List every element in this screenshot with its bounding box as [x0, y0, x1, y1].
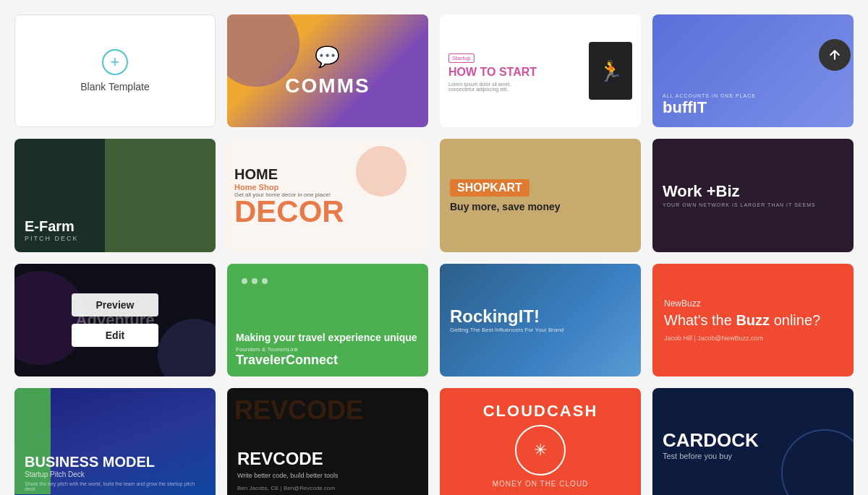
template-cardock[interactable]: CARDOCK Test before you buy Preview Edit	[652, 388, 854, 495]
template-shopkart[interactable]: SHOPKART Buy more, save money Preview Ed…	[440, 139, 641, 251]
traveler-title: TravelerConnect	[236, 353, 417, 368]
edit-button[interactable]: Edit	[497, 74, 584, 98]
traveler-sub: Founders & TourismLink	[236, 346, 417, 353]
workbiz-sub: YOUR OWN NETWORK IS LARGER THAN IT SEEMS	[663, 202, 816, 207]
efarm-title: E-Farm	[25, 218, 79, 235]
template-newbuzz[interactable]: NewBuzz What's the Buzz online? Jacob Hi…	[652, 264, 854, 376]
bizmodel-sub: Startup Pitch Deck	[25, 470, 205, 478]
blank-template-label: Blank Template	[80, 81, 149, 92]
bizmodel-body: Share the key pitch with the world, buil…	[25, 481, 205, 491]
preview-button[interactable]: Preview	[284, 293, 371, 317]
efarm-sub: PITCH DECK	[25, 235, 79, 242]
revcode-contact: Ben Jacobs, CE | Ben@Revcode.com	[237, 485, 418, 491]
template-buffit[interactable]: ALL ACCOUNTS IN ONE PLACE buffIT Preview…	[652, 14, 854, 127]
preview-button[interactable]: Preview	[710, 44, 796, 67]
preview-button[interactable]: Preview	[497, 44, 584, 67]
plus-icon: +	[102, 49, 128, 75]
workbiz-title: Work +Biz	[663, 184, 816, 199]
scroll-up-button[interactable]	[819, 39, 851, 71]
shopkart-badge: SHOPKART	[450, 179, 529, 197]
template-rocking-it[interactable]: RockingIT! Getting The Best Influencers …	[440, 264, 641, 376]
preview-button[interactable]: Preview	[284, 418, 371, 441]
preview-button[interactable]: Preview	[72, 169, 158, 192]
edit-button[interactable]: Edit	[284, 199, 371, 223]
template-cloudcash[interactable]: CLOUDCASH ✳ MONEY ON THE CLOUD Preview E…	[440, 388, 641, 495]
edit-button[interactable]: Edit	[710, 74, 796, 98]
template-how-to-start[interactable]: Startup HOW TO START Lorem ipsum dolor s…	[440, 14, 641, 127]
edit-button[interactable]: Edit	[72, 199, 158, 223]
dark-text: Adventure	[76, 311, 155, 330]
template-revcode[interactable]: REVCODE REVCODE Write better code, build…	[227, 388, 428, 495]
preview-button[interactable]: Preview	[284, 169, 371, 192]
shopkart-sub: Buy more, save money	[450, 201, 561, 212]
edit-button[interactable]: Edit	[710, 324, 796, 347]
template-blank[interactable]: + Blank Template	[14, 14, 216, 127]
preview-button[interactable]: Preview	[710, 418, 796, 441]
template-dark-circles[interactable]: Adventure Preview Edit	[14, 264, 216, 376]
template-efarm[interactable]: E-Farm PITCH DECK Preview Edit	[14, 139, 216, 251]
preview-button[interactable]: Preview	[710, 293, 796, 317]
revcode-title: REVCODE	[237, 449, 418, 469]
comms-title: COMMS	[285, 74, 370, 98]
template-homedecor[interactable]: HOME Home Shop Get all your home decor i…	[227, 139, 428, 251]
rocking-title: RockingIT!	[450, 306, 563, 327]
bizmodel-title: BUSINESS MODEL	[25, 454, 205, 470]
template-grid: + Blank Template 💬 COMMS Preview Edit St…	[0, 0, 868, 495]
preview-button[interactable]: Preview	[497, 418, 584, 441]
template-business-model[interactable]: BUSINESS MODEL Startup Pitch Deck Share …	[14, 388, 216, 495]
revcode-desc: Write better code, build better tools	[237, 472, 418, 479]
template-travelerconnect[interactable]: Making your travel experience unique Fou…	[227, 264, 428, 376]
rocking-sub: Getting The Best Influencers For Your Br…	[450, 327, 563, 333]
edit-button[interactable]: Edit	[497, 448, 584, 471]
preview-button[interactable]: Preview	[72, 418, 158, 441]
template-comms[interactable]: 💬 COMMS Preview Edit	[227, 14, 428, 127]
traveler-heading: Making your travel experience unique	[236, 332, 417, 343]
edit-button[interactable]: Edit	[710, 448, 796, 471]
comms-chat-icon: 💬	[315, 45, 340, 69]
template-workbiz[interactable]: Work +Biz YOUR OWN NETWORK IS LARGER THA…	[652, 139, 854, 251]
